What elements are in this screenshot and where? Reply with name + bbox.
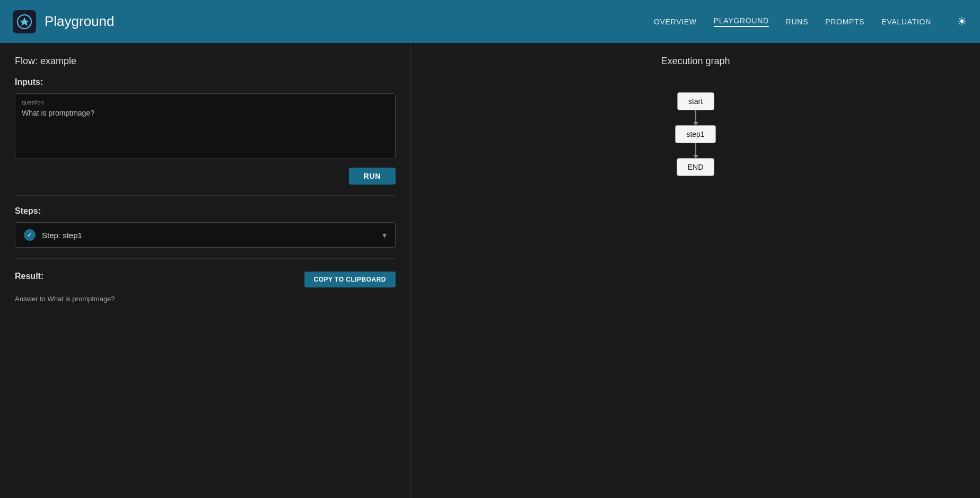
nav-overview[interactable]: OVERVIEW: [654, 18, 697, 26]
graph-node-end: END: [677, 158, 715, 176]
main-layout: Flow: example Inputs: question RUN Steps…: [0, 43, 980, 498]
steps-label: Steps:: [15, 206, 396, 216]
graph-node-step1: step1: [675, 125, 715, 143]
app-title: Playground: [45, 13, 115, 30]
right-panel: Execution graph start step1 END: [411, 43, 980, 498]
header-left: Playground: [13, 10, 115, 33]
nav-playground[interactable]: PLAYGROUND: [714, 16, 769, 27]
nav-runs[interactable]: RUNS: [786, 18, 808, 26]
nav-evaluation[interactable]: EVALUATION: [881, 18, 931, 26]
run-button[interactable]: RUN: [349, 168, 396, 185]
inputs-label: Inputs:: [15, 77, 396, 87]
copy-to-clipboard-button[interactable]: COPY TO CLIPBOARD: [304, 272, 396, 287]
steps-section: Steps: ✓ Step: step1 ▾: [15, 206, 396, 259]
nav-prompts[interactable]: PROMPTS: [825, 18, 864, 26]
left-panel: Flow: example Inputs: question RUN Steps…: [0, 43, 411, 498]
step-item[interactable]: ✓ Step: step1 ▾: [15, 222, 396, 248]
step-check-icon: ✓: [24, 229, 36, 241]
graph-title: Execution graph: [426, 56, 965, 67]
graph-arrow-1: [695, 110, 696, 125]
step-label: Step: step1: [42, 231, 82, 240]
graph-node-start: start: [677, 92, 714, 110]
execution-graph: start step1 END: [675, 92, 715, 176]
result-text: Answer to What is promptmage?: [15, 295, 396, 303]
step-item-left: ✓ Step: step1: [24, 229, 82, 241]
result-section: Result: COPY TO CLIPBOARD Answer to What…: [15, 272, 396, 303]
flow-title: Flow: example: [15, 56, 396, 67]
result-header: Result: COPY TO CLIPBOARD: [15, 272, 396, 287]
chevron-down-icon: ▾: [382, 230, 387, 240]
theme-toggle-icon[interactable]: ☀: [957, 15, 967, 29]
result-label: Result:: [15, 272, 43, 281]
header: Playground OVERVIEW PLAYGROUND RUNS PROM…: [0, 0, 980, 43]
run-row: RUN: [15, 168, 396, 196]
graph-arrow-2: [695, 143, 696, 158]
top-nav: OVERVIEW PLAYGROUND RUNS PROMPTS EVALUAT…: [654, 15, 967, 29]
app-logo: [13, 10, 36, 33]
question-field-label: question: [22, 99, 389, 106]
question-input[interactable]: [22, 109, 389, 151]
question-field: question: [15, 93, 396, 159]
